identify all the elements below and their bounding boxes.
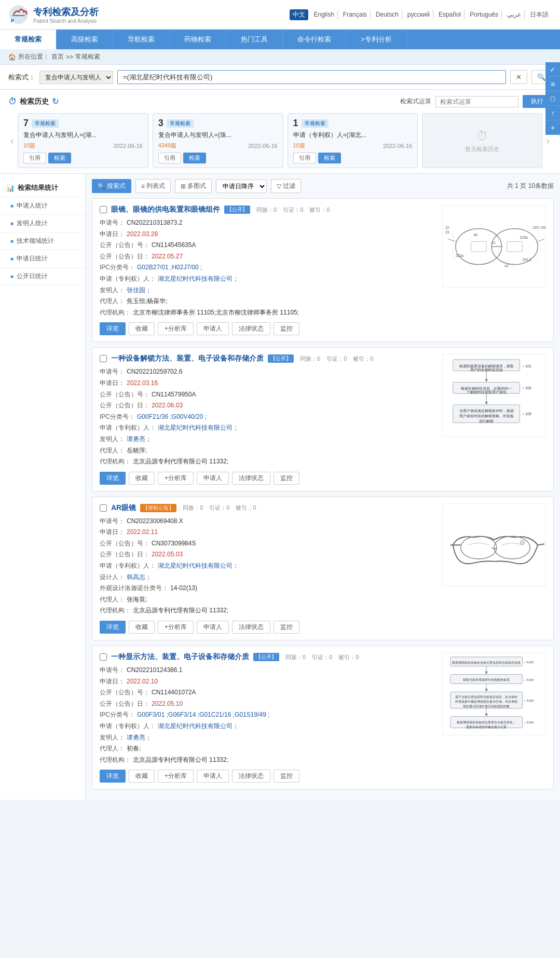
- search-type-select[interactable]: 复合申请人与发明人 申请人 发明人 IPC分类号: [39, 71, 113, 84]
- lang-ar[interactable]: عربي: [504, 10, 525, 19]
- patent-4-monitor-btn[interactable]: 监控: [274, 770, 299, 783]
- patent-2-legal-btn[interactable]: 法律状态: [232, 472, 270, 485]
- patent-3-actions: 详览 收藏 +分析库 申请人 法律状态 监控: [100, 621, 437, 634]
- patent-1-checkbox[interactable]: [100, 206, 107, 213]
- card-1-title: 复合申请人与发明人=(湖...: [23, 131, 117, 140]
- breadcrumb-location-label: 所在位置：: [18, 52, 49, 61]
- sidebar-up-btn[interactable]: ↑: [545, 106, 560, 120]
- patent-4-status: 【公开】: [253, 653, 279, 661]
- patent-3-legal-btn[interactable]: 法律状态: [232, 621, 270, 634]
- grid-mode-btn[interactable]: ⊞ 多图式: [175, 179, 212, 193]
- patent-2-save-btn[interactable]: 收藏: [129, 472, 155, 485]
- card-1-search-btn[interactable]: 检索: [48, 153, 71, 163]
- list-mode-btn[interactable]: ≡ 列表式: [135, 179, 171, 193]
- lang-pt[interactable]: Português: [467, 10, 502, 19]
- lang-es[interactable]: Español: [435, 10, 465, 19]
- patent-2-title[interactable]: 一种设备解锁方法、装置、电子设备和存储介质: [111, 354, 264, 363]
- patent-2-monitor-btn[interactable]: 监控: [274, 472, 299, 485]
- carousel-next[interactable]: ›: [544, 135, 552, 146]
- card-1-cite-btn[interactable]: 引用: [23, 153, 46, 163]
- patent-3-body: AR眼镜 【授权公告】 同族：0 引证：0 被引：0 申请号：CN2022300…: [100, 503, 437, 634]
- patent-3-detail-btn[interactable]: 详览: [100, 621, 126, 634]
- search-input[interactable]: [117, 70, 506, 84]
- lang-en[interactable]: English: [310, 10, 337, 19]
- svg-text:用户的生物特征信息: 用户的生物特征信息: [470, 368, 503, 372]
- patent-2-detail-btn[interactable]: 详览: [100, 472, 126, 485]
- flowchart-drawing: .ft{font-size:7px;fill:#333;}.fl{stroke:…: [443, 354, 545, 436]
- tab-regular-search[interactable]: 常规检索: [0, 30, 57, 49]
- patent-3-monitor-btn[interactable]: 监控: [274, 621, 299, 634]
- patent-2-info: 申请号：CN202210259702.6 申请日：2022.03.16 公开（公…: [100, 366, 437, 467]
- patent-1-title[interactable]: 眼镜、眼镜的供电装置和眼镜组件: [111, 205, 220, 214]
- stats-inventor[interactable]: 发明人统计: [0, 215, 85, 232]
- patent-3-save-btn[interactable]: 收藏: [129, 621, 155, 634]
- patent-3-applicant-btn[interactable]: 申请人: [197, 621, 229, 634]
- breadcrumb-home[interactable]: 首页: [51, 52, 64, 61]
- card-2-footer: 4349篇 2022-06-16: [158, 142, 278, 149]
- tab-drug-search[interactable]: 药物检索: [170, 30, 226, 49]
- stats-title: 📊 检索结果统计: [0, 179, 85, 197]
- patent-1-applicant-btn[interactable]: 申请人: [197, 322, 229, 335]
- stats-tech-field[interactable]: 技术领域统计: [0, 232, 85, 250]
- stats-applicant[interactable]: 申请人统计: [0, 197, 85, 215]
- tab-patent-analysis[interactable]: >专利分析: [346, 30, 407, 49]
- patent-2-applicant-btn[interactable]: 申请人: [197, 472, 229, 485]
- lang-zh[interactable]: 中文: [290, 9, 308, 20]
- filter-icon: ▽: [277, 183, 281, 190]
- lang-fr[interactable]: Français: [340, 10, 371, 19]
- patent-1-cited: 被引：0: [309, 206, 330, 214]
- sort-select[interactable]: 申请日降序 申请日升序 公开日降序: [216, 180, 267, 193]
- lang-de[interactable]: Deutsch: [373, 10, 402, 19]
- card-2-search-btn[interactable]: 检索: [183, 153, 206, 163]
- patent-3-cite: 引证：0: [209, 504, 229, 512]
- formula-input[interactable]: [435, 96, 518, 107]
- patent-4-save-btn[interactable]: 收藏: [129, 770, 155, 783]
- card-3-count: 10篇: [293, 142, 305, 149]
- patent-1-detail-btn[interactable]: 详览: [100, 322, 126, 335]
- patent-3-info: 申请号：CN202230069408.X 申请日：2022.02.11 公开（公…: [100, 516, 437, 617]
- sidebar-menu-btn[interactable]: ≡: [545, 77, 560, 91]
- patent-4-legal-btn[interactable]: 法律状态: [232, 770, 270, 783]
- sidebar-grid-btn[interactable]: □: [545, 91, 560, 106]
- patent-3-analysis-btn[interactable]: +分析库: [158, 621, 194, 634]
- lang-ru[interactable]: русский: [404, 10, 433, 19]
- lang-ja[interactable]: 日本語: [527, 9, 552, 20]
- patent-4-checkbox[interactable]: [100, 653, 107, 661]
- carousel-prev[interactable]: ‹: [8, 135, 16, 146]
- svg-text:⌐ S103: ⌐ S103: [524, 699, 534, 702]
- card-3-search-btn[interactable]: 检索: [318, 153, 341, 163]
- patent-1-save-btn[interactable]: 收藏: [129, 322, 155, 335]
- patent-4-title[interactable]: 一种显示方法、装置、电子设备和存储介质: [111, 652, 249, 662]
- patent-2-body: 一种设备解锁方法、装置、电子设备和存储介质 【公开】 同族：0 引证：0 被引：…: [100, 354, 437, 484]
- tab-advanced-search[interactable]: 高级检索: [57, 30, 113, 49]
- patent-1-legal-btn[interactable]: 法律状态: [232, 322, 270, 335]
- card-3-cite-btn[interactable]: 引用: [293, 153, 316, 163]
- tab-nav-search[interactable]: 导航检索: [113, 30, 170, 49]
- card-2-cite-btn[interactable]: 引用: [158, 153, 181, 163]
- patent-2-analysis-btn[interactable]: +分析库: [158, 472, 194, 485]
- patent-1-monitor-btn[interactable]: 监控: [274, 322, 299, 335]
- search-mode-btn[interactable]: 🔍 搜索式: [92, 179, 131, 193]
- tab-command-search[interactable]: 命令行检索: [283, 30, 346, 49]
- svg-text:用户身份对应的解锁策略，对设备: 用户身份对应的解锁策略，对设备: [459, 414, 514, 418]
- svg-text:43: 43: [504, 264, 509, 268]
- filter-btn[interactable]: ▽ 过滤: [271, 179, 301, 193]
- sidebar-check-btn[interactable]: ✓: [545, 62, 560, 77]
- patent-1-actions: 详览 收藏 +分析库 申请人 法律状态 监控: [100, 322, 437, 335]
- sidebar-add-btn[interactable]: +: [545, 120, 560, 135]
- patent-3-checkbox[interactable]: [100, 504, 107, 512]
- refresh-icon[interactable]: ↻: [52, 97, 59, 106]
- patent-2-checkbox[interactable]: [100, 355, 107, 362]
- patent-1-analysis-btn[interactable]: +分析库: [158, 322, 194, 335]
- history-card-3: 1 常规检索 申请（专利权）人=(湖北... 10篇 2022-06-16 引用…: [288, 113, 418, 168]
- search-clear-button[interactable]: ✕: [510, 70, 527, 84]
- svg-text:根据生物特征信息，从预存的一: 根据生物特征信息，从预存的一: [461, 387, 512, 390]
- patent-3-title[interactable]: AR眼镜: [111, 503, 136, 513]
- patent-4-applicant-btn[interactable]: 申请人: [197, 770, 229, 783]
- patent-4-analysis-btn[interactable]: +分析库: [158, 770, 194, 783]
- stats-app-date[interactable]: 申请日统计: [0, 250, 85, 268]
- tab-hot-tools[interactable]: 热门工具: [226, 30, 283, 49]
- patent-4-detail-btn[interactable]: 详览: [100, 770, 126, 783]
- stats-pub-date[interactable]: 公开日统计: [0, 268, 85, 285]
- card-1-header: 7 常规检索: [23, 118, 143, 129]
